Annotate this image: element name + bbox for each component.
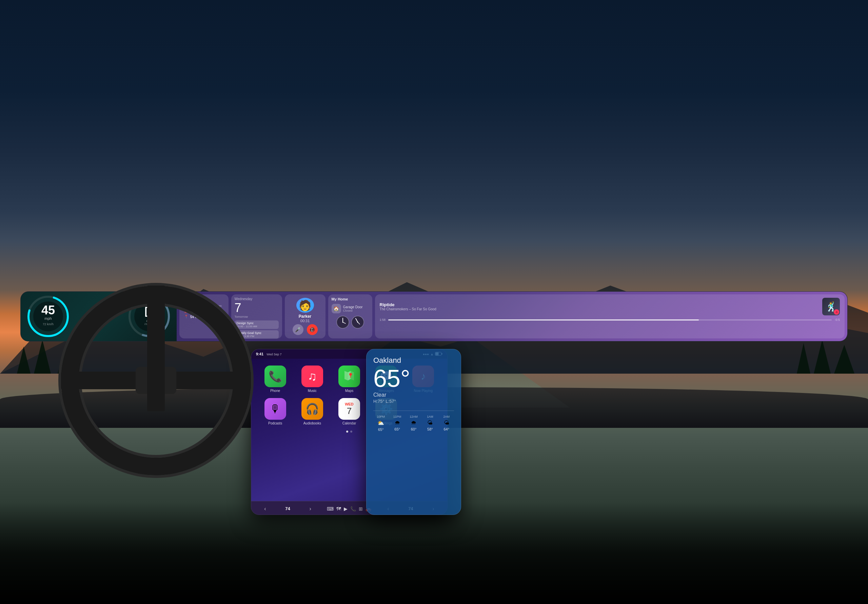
music-title: Riptide: [380, 302, 819, 307]
svg-point-17: [342, 322, 343, 323]
hour3-time: 12AM: [409, 415, 418, 419]
dot-1[interactable]: [346, 431, 348, 433]
podcasts-icon: 🎙: [265, 398, 286, 420]
hour-5: 2AM 🌤 64°: [439, 415, 454, 432]
call-timer: 00:31: [301, 319, 310, 323]
prev-temp-left[interactable]: ‹: [261, 504, 269, 513]
garage-icon-box: 🏠: [332, 304, 341, 314]
temp-left: 74: [282, 505, 293, 513]
hour-1: 10PM ⛅ 65°: [373, 415, 388, 432]
clock-widgets: [332, 315, 369, 329]
analog-clock-1: [336, 315, 350, 329]
hour4-temp: 58°: [427, 427, 433, 431]
calendar-label: Calendar: [343, 422, 356, 425]
music-progress-bar: 1:58 -0:5: [380, 318, 840, 321]
analog-clock-2: [351, 315, 364, 329]
hour4-icon: 🌤: [427, 420, 432, 426]
speed-kmh: 72 km/h: [43, 323, 54, 326]
hour2-icon: 🌧: [395, 420, 400, 426]
podcasts-label: Podcasts: [268, 422, 282, 425]
phone-icon: 📞: [265, 366, 286, 387]
media-center-icon[interactable]: ▶: [344, 506, 347, 511]
weather-hourly: 10PM ⛅ 65° 11PM 🌧 65° 12AM 🌧 60° 1AM 🌤 5…: [373, 411, 454, 432]
widget-music: Riptide The Chainsmokers – So Far So Goo…: [375, 294, 845, 338]
center-controls: ⌨ 🗺 ▶ 📞 ⊞ 🚗: [327, 506, 371, 511]
end-call-button[interactable]: 📵: [307, 324, 318, 335]
widget-home: My Home 🏠 Garage Door Closed: [328, 294, 372, 338]
svg-point-29: [349, 373, 352, 376]
weather-temp: 65°: [373, 366, 454, 391]
hour-3: 12AM 🌧 60°: [406, 415, 421, 432]
caller-name: Parker: [299, 314, 311, 319]
hour5-temp: 64°: [444, 427, 450, 431]
music-icon: ♫: [301, 366, 323, 387]
home-device: Garage Door: [343, 305, 363, 309]
progress-remaining: -0:5: [834, 318, 840, 321]
hour5-icon: 🌤: [444, 420, 449, 426]
hour2-temp: 65°: [394, 427, 400, 431]
speed-value: 45: [41, 303, 55, 317]
progress-current: 1:58: [380, 318, 386, 321]
dot-2[interactable]: [350, 431, 352, 433]
maps-label: Maps: [345, 389, 353, 392]
maps-icon: [338, 366, 360, 387]
steering-wheel: [61, 286, 251, 475]
progress-track[interactable]: [388, 320, 832, 320]
svg-point-21: [357, 322, 358, 323]
music-info: Riptide The Chainsmokers – So Far So Goo…: [380, 302, 819, 311]
map-center-icon[interactable]: 🗺: [336, 506, 341, 511]
phone-label: Phone: [270, 389, 280, 392]
album-art: 🕺 ♫: [822, 298, 840, 315]
app-audiobooks[interactable]: 🎧 Audiobooks: [296, 398, 328, 425]
app-music[interactable]: ♫ Music: [296, 366, 328, 392]
steering-hub: [136, 367, 176, 394]
audiobooks-label: Audiobooks: [304, 422, 321, 425]
weather-condition: Clear: [373, 392, 454, 398]
calendar-icon: WED 7: [338, 398, 360, 420]
keyboard-icon[interactable]: ⌨: [327, 506, 334, 511]
phone-center-icon[interactable]: 📞: [350, 506, 356, 511]
cal-date: 7: [235, 302, 279, 314]
svg-marker-28: [348, 371, 350, 380]
music-artist: The Chainsmokers – So Far So Good: [380, 307, 819, 311]
hour4-time: 1AM: [427, 415, 433, 419]
progress-fill: [388, 320, 699, 320]
speedometer: 45 mph 72 km/h: [26, 294, 70, 338]
home-device-status: Closed: [343, 309, 363, 312]
app-maps[interactable]: Maps: [333, 366, 365, 392]
cal-event-1: Design Sync 10:00 - 11:00 AM: [235, 320, 279, 329]
hour-2: 11PM 🌧 65°: [390, 415, 405, 432]
app-phone[interactable]: 📞 Phone: [259, 366, 291, 392]
temp-left-value: 74: [285, 506, 290, 511]
event1-time: 10:00 - 11:00 AM: [237, 325, 277, 328]
audiobooks-icon: 🎧: [301, 398, 323, 420]
hour-4: 1AM 🌤 58°: [423, 415, 437, 432]
app-calendar[interactable]: WED 7 Calendar: [333, 398, 365, 425]
weather-panel: Oakland 65° Clear H:75° L:57° 10PM ⛅ 65°…: [366, 349, 461, 515]
hour3-temp: 60°: [411, 427, 417, 431]
hour1-temp: 65°: [378, 428, 384, 432]
cal-event-2: Weekly Goal Sync 2:30 - 3:30 PM: [235, 330, 279, 339]
home-title: My Home: [332, 297, 369, 301]
cal-tomorrow: Tomorrow: [235, 315, 279, 318]
svg-marker-27: [344, 371, 348, 380]
weather-hl: H:75° L:57°: [373, 399, 454, 404]
music-label: Music: [308, 389, 317, 392]
music-top: Riptide The Chainsmokers – So Far So Goo…: [380, 298, 840, 315]
hour5-time: 2AM: [443, 415, 450, 419]
hourly-row: 10PM ⛅ 65° 11PM 🌧 65° 12AM 🌧 60° 1AM 🌤 5…: [373, 415, 454, 432]
hour3-icon: 🌧: [411, 420, 416, 426]
app-podcasts[interactable]: 🎙 Podcasts: [259, 398, 291, 425]
car-bottom: [0, 502, 868, 604]
event2-time: 2:30 - 3:30 PM: [237, 335, 277, 338]
next-temp-left[interactable]: ›: [306, 504, 314, 513]
hour2-time: 11PM: [393, 415, 401, 419]
widget-call: 🧑 Parker 00:31 🎤 📵: [285, 294, 326, 338]
widgets-section: Current Trip ⏱ 0 hr 40 min Duration ⛽ 32…: [177, 292, 847, 341]
event1-name: Design Sync: [237, 321, 277, 325]
hour1-time: 10PM: [377, 415, 385, 419]
event2-name: Weekly Goal Sync: [237, 331, 277, 335]
mute-button[interactable]: 🎤: [293, 324, 304, 335]
cal-day-name: Wednesday: [235, 297, 279, 301]
grid-icon[interactable]: ⊞: [359, 506, 363, 511]
